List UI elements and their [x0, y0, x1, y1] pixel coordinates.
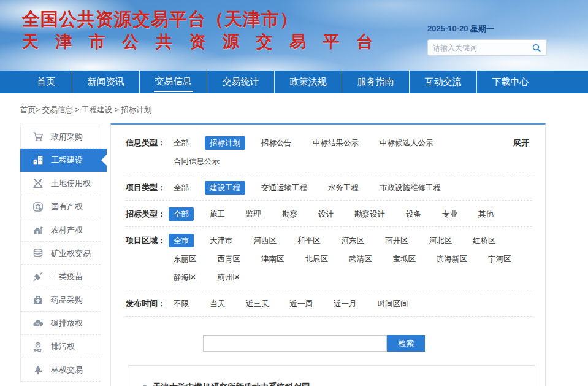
nav-item-trade-stats[interactable]: 交易统计	[207, 71, 274, 93]
result-title-row[interactable]: 天津大学内燃机研究所新质动力系统科创园	[143, 382, 520, 386]
filter-row-project-region: 项目区域： 全市天津市河西区和平区河东区南开区河北区红桥区东丽区西青区津南区北辰…	[126, 227, 532, 290]
filter-option[interactable]: 天津市	[205, 234, 238, 247]
filter-option[interactable]: 北辰区	[300, 252, 334, 266]
filter-label: 项目区域：	[126, 234, 169, 247]
category-sidebar: 政府采购 工程建设 土地使用权 国有产权 农村产权 矿业权交易	[20, 125, 101, 382]
filter-option[interactable]: 红桥区	[468, 234, 501, 247]
filter-option[interactable]: 河北区	[424, 234, 457, 247]
filter-label: 信息类型：	[126, 136, 169, 150]
filter-option[interactable]: 和平区	[292, 234, 326, 247]
filter-option[interactable]: 时间区间	[373, 297, 413, 311]
medkit-icon	[32, 295, 44, 306]
filter-option[interactable]: 不限	[169, 297, 194, 311]
filter-option[interactable]: 交通运输工程	[256, 181, 312, 195]
filter-option[interactable]: 招标计划	[205, 136, 245, 150]
filter-option[interactable]: 招标公告	[256, 136, 297, 150]
filter-option[interactable]: 勘察设计	[349, 207, 390, 221]
filter-option[interactable]: 合同信息公示	[169, 155, 224, 168]
filter-option[interactable]: 东丽区	[169, 252, 202, 266]
sidebar-label: 矿业权交易	[51, 248, 91, 259]
filter-option[interactable]: 津南区	[256, 252, 289, 266]
keyword-search-input[interactable]	[203, 335, 387, 352]
sidebar-item-carbon-emission[interactable]: co₂ 碳排放权	[21, 312, 101, 335]
sidebar-item-forest-rights[interactable]: 林权交易	[21, 358, 101, 382]
filter-option[interactable]: 当天	[205, 297, 230, 311]
sidebar-item-land-use-rights[interactable]: 土地使用权	[21, 172, 101, 195]
filter-option[interactable]: 勘察	[277, 207, 302, 221]
nav-item-downloads[interactable]: 下载中心	[476, 71, 544, 93]
main-panel: 信息类型： 全部招标计划招标公告中标结果公示中标候选人公示合同信息公示 展开 项…	[110, 123, 546, 386]
filter-option[interactable]: 河东区	[337, 234, 370, 247]
coins-icon	[32, 248, 44, 259]
filter-options: 不限当天近三天近一周近一月时间区间	[169, 297, 532, 311]
filter-option[interactable]: 西青区	[213, 252, 246, 266]
search-submit-button[interactable]: 检索	[387, 335, 425, 352]
syringe-icon	[32, 271, 44, 282]
filter-option[interactable]: 中标候选人公示	[375, 136, 438, 150]
filter-option[interactable]: 滨海新区	[432, 252, 472, 266]
breadcrumb: 首页> 交易信息 > 工程建设 > 招标计划	[20, 105, 151, 115]
nav-item-trade-info[interactable]: 交易信息	[139, 71, 207, 93]
filter-option[interactable]: 设备	[401, 207, 426, 221]
site-titles: 全国公共资源交易平台（天津市） 天 津 市 公 共 资 源 交 易 平 台	[22, 7, 379, 53]
header-right: 2025-10-20 星期一	[427, 23, 547, 56]
result-item[interactable]: 天津大学内燃机研究所新质动力系统科创园 2025-10-17	[143, 373, 520, 386]
filter-option[interactable]: 近三天	[241, 297, 274, 311]
filter-option[interactable]: 近一月	[329, 297, 362, 311]
filter-option[interactable]: 河西区	[249, 234, 282, 247]
filter-option[interactable]: 市政设施维修工程	[375, 181, 446, 195]
nav-item-service-guide[interactable]: 服务指南	[342, 71, 409, 93]
filter-option[interactable]: 全市	[169, 234, 194, 247]
filter-options: 全市天津市河西区和平区河东区南开区河北区红桥区东丽区西青区津南区北辰区武清区宝坻…	[169, 234, 532, 284]
header-search-input[interactable]	[433, 44, 532, 52]
sidebar-item-mining-rights[interactable]: 矿业权交易	[21, 242, 101, 265]
nav-item-interaction[interactable]: 互动交流	[409, 71, 476, 93]
sidebar-item-rural-property[interactable]: 农村产权	[21, 218, 101, 242]
nav-item-news[interactable]: 新闻资讯	[72, 71, 139, 93]
filter-option[interactable]: 宝坻区	[388, 252, 421, 266]
sidebar-label: 排污权	[51, 341, 75, 352]
nav-item-home[interactable]: 首页	[20, 71, 72, 93]
expand-button[interactable]: 展开	[513, 136, 532, 150]
filter-option[interactable]: 中标结果公示	[308, 136, 364, 150]
tree-icon	[32, 365, 44, 376]
filter-option[interactable]: 全部	[169, 136, 194, 150]
result-title[interactable]: 天津大学内燃机研究所新质动力系统科创园	[153, 382, 310, 386]
filter-option[interactable]: 水务工程	[323, 181, 364, 195]
drain-icon	[32, 341, 44, 352]
results-list: 天津大学内燃机研究所新质动力系统科创园 2025-10-17 第一机床总厂及周边…	[128, 365, 535, 386]
filter-option[interactable]: 建设工程	[205, 181, 245, 195]
nav-item-policies[interactable]: 政策法规	[274, 71, 342, 93]
sidebar-label: 碳排放权	[51, 318, 83, 329]
search-icon[interactable]	[532, 43, 541, 53]
filter-option[interactable]: 专业	[437, 207, 462, 221]
filter-area: 信息类型： 全部招标计划招标公告中标结果公示中标候选人公示合同信息公示 展开 项…	[111, 125, 545, 317]
filter-option[interactable]: 施工	[205, 207, 230, 221]
header-search-box[interactable]	[427, 39, 547, 56]
filter-option[interactable]: 监理	[241, 207, 266, 221]
filter-option[interactable]: 南开区	[380, 234, 413, 247]
filter-option[interactable]: 全部	[169, 207, 194, 221]
sidebar-item-state-owned-property[interactable]: 国有产权	[21, 195, 101, 218]
filter-option[interactable]: 其他	[473, 207, 498, 221]
site-title-tianjin: 天 津 市 公 共 资 源 交 易 平 台	[22, 31, 379, 53]
sidebar-item-government-procurement[interactable]: 政府采购	[21, 125, 101, 149]
nav-label: 服务指南	[356, 72, 395, 91]
filter-option[interactable]: 设计	[313, 207, 338, 221]
nav-label: 互动交流	[424, 72, 463, 91]
filter-option[interactable]: 全部	[169, 181, 194, 195]
sidebar-item-class2-vaccine[interactable]: 二类疫苗	[21, 265, 101, 288]
sidebar-item-pollution-discharge[interactable]: 排污权	[21, 335, 101, 358]
sidebar-item-drug-procurement[interactable]: 药品采购	[21, 288, 101, 312]
filter-option[interactable]: 宁河区	[483, 252, 516, 266]
filter-option[interactable]: 静海区	[169, 271, 202, 284]
sidebar-label: 林权交易	[51, 365, 83, 376]
nav-label: 交易统计	[221, 72, 261, 91]
filter-option[interactable]: 近一周	[285, 297, 318, 311]
filter-option[interactable]: 武清区	[344, 252, 377, 266]
nav-label: 交易信息	[154, 72, 193, 92]
sidebar-item-engineering-construction[interactable]: 工程建设	[20, 149, 107, 172]
site-header: 全国公共资源交易平台（天津市） 天 津 市 公 共 资 源 交 易 平 台 20…	[0, 0, 588, 71]
filter-label: 项目类型：	[126, 181, 169, 195]
filter-option[interactable]: 蓟州区	[213, 271, 246, 284]
